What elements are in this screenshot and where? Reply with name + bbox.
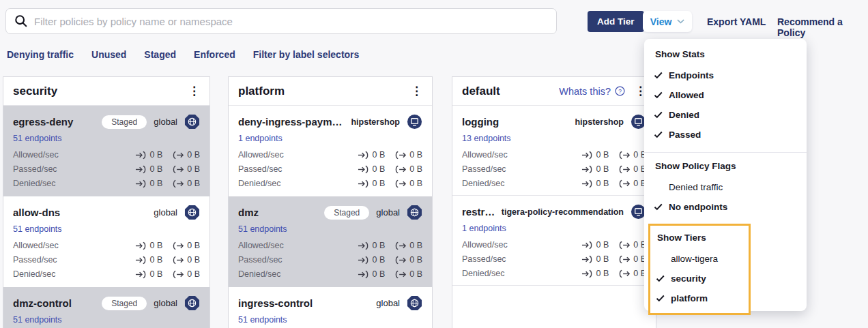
- policy-name: allow-dns: [13, 207, 148, 218]
- policy-name: dmz: [238, 207, 319, 218]
- ingress-icon: [581, 151, 593, 160]
- stat-label: Denied/sec: [13, 269, 56, 279]
- policy-search-box[interactable]: [5, 8, 557, 34]
- policy-search-input[interactable]: [34, 16, 548, 27]
- ingress-icon: [135, 151, 147, 160]
- quick-filters-row: Denying traffic Unused Staged Enforced F…: [7, 49, 359, 60]
- egress-icon: [619, 179, 631, 188]
- filter-denying-traffic[interactable]: Denying traffic: [7, 49, 74, 60]
- egress-icon: [395, 151, 407, 160]
- export-yaml-link[interactable]: Export YAML: [707, 16, 766, 27]
- menu-item-allowed[interactable]: Allowed: [644, 85, 807, 105]
- policy-card-restricted[interactable]: restricted tigera-policy-recommendation …: [452, 196, 656, 286]
- ingress-icon: [358, 241, 369, 250]
- tier-menu-icon[interactable]: ⋮: [411, 85, 422, 97]
- filter-enforced[interactable]: Enforced: [194, 49, 235, 60]
- view-dropdown-menu: Show Stats Endpoints Allowed Denied Pass…: [644, 39, 807, 311]
- stat-value: 0 B: [187, 179, 200, 188]
- stat-value: 0 B: [596, 269, 609, 278]
- stat-value: 0 B: [409, 241, 422, 250]
- tier-header-platform: platform ⋮: [229, 77, 432, 106]
- whats-this-link[interactable]: Whats this? ?: [559, 86, 625, 97]
- stat-label: Denied/sec: [238, 269, 281, 279]
- recommend-policy-link[interactable]: Recommend a Policy: [777, 16, 868, 38]
- policy-card-dmz-control[interactable]: dmz-control Staged global 51 endpoints: [3, 287, 209, 328]
- egress-icon: [619, 255, 631, 264]
- policy-name: dmz-control: [13, 297, 96, 309]
- tier-header-security: security ⋮: [3, 77, 209, 106]
- policies-board-page: Add Tier View Export YAML Recommend a Po…: [0, 0, 868, 328]
- stat-value: 0 B: [187, 255, 200, 265]
- global-scope-icon: [184, 205, 200, 220]
- endpoints-link[interactable]: 1 endpoints: [462, 224, 506, 233]
- ingress-icon: [135, 179, 147, 188]
- check-icon: [656, 295, 671, 302]
- endpoints-link[interactable]: 13 endpoints: [462, 134, 511, 143]
- ingress-icon: [135, 241, 147, 250]
- check-icon: [654, 203, 669, 211]
- menu-item-platform[interactable]: platform: [650, 288, 749, 308]
- tier-menu-icon[interactable]: ⋮: [188, 85, 200, 97]
- menu-item-security[interactable]: security: [650, 269, 749, 288]
- egress-icon: [173, 179, 184, 188]
- policy-name: restricted: [462, 206, 496, 218]
- policy-card-dmz[interactable]: dmz Staged global 51 endpoints Allowed/s…: [229, 196, 432, 287]
- endpoints-link[interactable]: 51 endpoints: [13, 224, 62, 234]
- menu-section-policy-flags: Show Policy Flags: [644, 160, 807, 173]
- stat-label: Allowed/sec: [238, 150, 284, 160]
- stat-label: Denied/sec: [13, 179, 56, 188]
- menu-item-endpoints[interactable]: Endpoints: [644, 65, 807, 85]
- whats-this-label: Whats this?: [559, 86, 611, 97]
- stat-value: 0 B: [372, 164, 385, 174]
- policy-card-ingress-control[interactable]: ingress-control global 51 endpoints: [229, 287, 432, 328]
- global-scope-icon: [184, 295, 200, 311]
- stat-value: 0 B: [149, 179, 162, 188]
- policy-card-egress-deny[interactable]: egress-deny Staged global 51 endpoints A…: [3, 106, 209, 196]
- stat-value: 0 B: [596, 254, 609, 264]
- ingress-icon: [135, 256, 147, 265]
- filter-staged[interactable]: Staged: [144, 49, 176, 60]
- policy-card-allow-dns[interactable]: allow-dns global 51 endpoints Allowed/se…: [3, 196, 209, 287]
- menu-section-show-tiers: Show Tiers: [650, 231, 749, 245]
- menu-item-denied-traffic[interactable]: Denied traffic: [644, 177, 807, 197]
- endpoints-link[interactable]: 51 endpoints: [13, 315, 62, 325]
- stat-label: Passed/sec: [238, 255, 283, 265]
- menu-item-allow-tigera[interactable]: allow-tigera: [650, 249, 749, 269]
- menu-item-no-endpoints[interactable]: No endpoints: [644, 197, 807, 217]
- egress-icon: [395, 270, 407, 279]
- global-scope-icon: [184, 114, 200, 130]
- endpoints-link[interactable]: 1 endpoints: [238, 134, 283, 143]
- endpoints-link[interactable]: 51 endpoints: [238, 315, 287, 325]
- endpoints-link[interactable]: 51 endpoints: [238, 224, 287, 234]
- endpoints-link[interactable]: 51 endpoints: [13, 134, 62, 143]
- filter-label-selectors[interactable]: Filter by label selectors: [253, 49, 360, 60]
- stat-value: 0 B: [409, 179, 422, 188]
- policy-card-deny-ingress[interactable]: deny-ingress-paymentservi… hipstershop 1…: [229, 106, 432, 196]
- chevron-down-icon: [677, 19, 684, 24]
- stat-value: 0 B: [596, 240, 609, 250]
- check-icon: [654, 111, 669, 119]
- stat-value: 0 B: [187, 150, 200, 160]
- stat-value: 0 B: [149, 150, 162, 160]
- policy-card-logging[interactable]: logging hipstershop 13 endpoints Allowed…: [452, 106, 656, 196]
- menu-item-denied[interactable]: Denied: [644, 105, 807, 125]
- stat-value: 0 B: [187, 269, 200, 279]
- stat-value: 0 B: [596, 164, 609, 174]
- view-menu-button[interactable]: View: [643, 11, 692, 32]
- tier-column-default: default Whats this? ? ⋮ logging hipsters…: [452, 76, 656, 328]
- egress-icon: [619, 269, 631, 278]
- ingress-icon: [581, 241, 593, 250]
- tier-header-default: default Whats this? ? ⋮: [452, 77, 656, 106]
- menu-item-passed[interactable]: Passed: [644, 125, 807, 145]
- egress-icon: [619, 241, 631, 250]
- add-tier-button[interactable]: Add Tier: [588, 11, 644, 32]
- stat-value: 0 B: [409, 255, 422, 265]
- ingress-icon: [358, 165, 369, 174]
- global-scope-icon: [407, 205, 422, 220]
- stat-label: Passed/sec: [462, 254, 506, 264]
- stat-value: 0 B: [372, 150, 385, 160]
- stat-value: 0 B: [149, 241, 162, 250]
- menu-divider: [644, 152, 807, 153]
- filter-unused[interactable]: Unused: [91, 49, 126, 60]
- stat-value: 0 B: [187, 241, 200, 250]
